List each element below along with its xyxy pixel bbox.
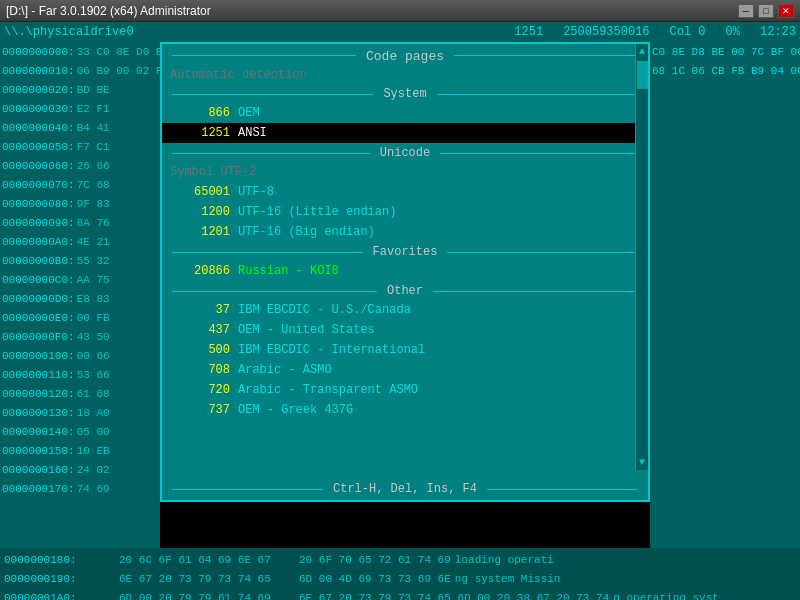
status-time: 12:23 bbox=[760, 25, 796, 39]
window-controls[interactable]: ─ □ ✕ bbox=[738, 4, 794, 18]
hex-right-row: 68 1C 06 CB FB B9 04 00 ♦P ФbyнPhL♦ЛыН♦ bbox=[650, 61, 800, 80]
hex-row: 0000000140:05 00 bbox=[0, 422, 160, 441]
title-bar: [D:\] - Far 3.0.1902 (x64) Administrator… bbox=[0, 0, 800, 22]
status-size: 250059350016 bbox=[563, 25, 649, 39]
other-section-header: Other bbox=[162, 283, 648, 298]
codepage-720[interactable]: 720 Arabic - Transparent ASMO bbox=[162, 380, 648, 400]
hex-row: 0000000160:24 02 bbox=[0, 460, 160, 479]
modal-footer-text: Ctrl-H, Del, Ins, F4 bbox=[323, 482, 487, 496]
maximize-button[interactable]: □ bbox=[758, 4, 774, 18]
codepage-866[interactable]: 866 OEM bbox=[162, 103, 648, 123]
codepage-37[interactable]: 37 IBM EBCDIC - U.S./Canada bbox=[162, 300, 648, 320]
hex-row: 0000000170:74 69 bbox=[0, 479, 160, 498]
status-code: 1251 bbox=[514, 25, 543, 39]
codepage-500[interactable]: 500 IBM EBCDIC - International bbox=[162, 340, 648, 360]
hex-row: 00000000D0:E8 83 bbox=[0, 289, 160, 308]
status-bar: \\.\physicaldrive0 1251 250059350016 Col… bbox=[0, 22, 800, 42]
scroll-down-arrow[interactable]: ▼ bbox=[639, 457, 645, 468]
hex-row: 0000000010:06 B9 00 02 FC F3 A4 50 bbox=[0, 61, 160, 80]
modal-title-bar: Code pages bbox=[162, 44, 648, 66]
hex-row: 0000000070:7C 68 bbox=[0, 175, 160, 194]
system-section-header: System bbox=[162, 86, 648, 101]
modal-scrollbar[interactable]: ▲ ▼ bbox=[635, 44, 648, 470]
hex-row: 0000000060:26 66 bbox=[0, 156, 160, 175]
file-path: \\.\physicaldrive0 bbox=[4, 25, 134, 39]
hex-row: 0000000030:E2 F1 bbox=[0, 99, 160, 118]
codepage-708[interactable]: 708 Arabic - ASMO bbox=[162, 360, 648, 380]
hex-row: 0000000100:00 66 bbox=[0, 346, 160, 365]
hex-row: 0000000040:B4 41 bbox=[0, 118, 160, 137]
minimize-button[interactable]: ─ bbox=[738, 4, 754, 18]
hex-right-row: C0 8E D8 BE 00 7C BF 00 3АНPj НАНЫs Ī bbox=[650, 42, 800, 61]
hex-row: 0000000120:61 68 bbox=[0, 384, 160, 403]
codepage-1251[interactable]: 1251 ANSI bbox=[162, 123, 648, 143]
codepage-737[interactable]: 737 OEM - Greek 437G bbox=[162, 400, 648, 420]
status-col: Col 0 bbox=[670, 25, 706, 39]
hex-row: 00000000E0:00 FB bbox=[0, 308, 160, 327]
hex-row: 0000000080:9F 83 bbox=[0, 194, 160, 213]
bottom-row: 0000000180: 20 6C 6F 61 64 69 6E 67 20 6… bbox=[4, 550, 796, 569]
close-button[interactable]: ✕ bbox=[778, 4, 794, 18]
status-percent: 0% bbox=[726, 25, 740, 39]
status-info: 1251 250059350016 Col 0 0% 12:23 bbox=[514, 25, 796, 39]
scroll-thumb[interactable] bbox=[637, 61, 648, 89]
code-pages-modal[interactable]: Code pages Automatic detection System 86… bbox=[160, 42, 650, 502]
codepage-1200[interactable]: 1200 UTF-16 (Little endian) bbox=[162, 202, 648, 222]
unicode-section-header: Unicode bbox=[162, 145, 648, 160]
auto-detect-option[interactable]: Automatic detection bbox=[162, 66, 648, 84]
bottom-row: 00000001A0: 6D 00 20 79 79 61 74 69 6E 6… bbox=[4, 588, 796, 600]
scroll-up-arrow[interactable]: ▲ bbox=[637, 44, 647, 59]
hex-row: 00000000A0:4E 21 bbox=[0, 232, 160, 251]
hex-row: 0000000050:F7 C1 bbox=[0, 137, 160, 156]
hex-row: 00000000B0:55 32 bbox=[0, 251, 160, 270]
favorites-section-header: Favorites bbox=[162, 244, 648, 259]
main-area: 0000000000:33 C0 8E D0 BC 00 7C 8E 00000… bbox=[0, 42, 800, 548]
codepage-1201[interactable]: 1201 UTF-16 (Big endian) bbox=[162, 222, 648, 242]
modal-footer: Ctrl-H, Del, Ins, F4 bbox=[162, 477, 648, 500]
bottom-area: 0000000180: 20 6C 6F 61 64 69 6E 67 20 6… bbox=[0, 548, 800, 600]
hex-row: 0000000130:18 A0 bbox=[0, 403, 160, 422]
hex-row: 0000000090:8A 76 bbox=[0, 213, 160, 232]
hex-row: 00000000F0:43 50 bbox=[0, 327, 160, 346]
hex-row: 0000000020:BD BE bbox=[0, 80, 160, 99]
modal-title: Code pages bbox=[356, 49, 454, 64]
hex-panel-right: C0 8E D8 BE 00 7C BF 00 3АНPj НАНЫs Ī 68… bbox=[650, 42, 800, 548]
hex-row: 0000000150:10 EB bbox=[0, 441, 160, 460]
bottom-row: 0000000190: 6E 67 20 73 79 73 74 65 6D 0… bbox=[4, 569, 796, 588]
codepage-65001[interactable]: 65001 UTF-8 bbox=[162, 182, 648, 202]
hex-row: 0000000110:53 66 bbox=[0, 365, 160, 384]
hex-row: 0000000000:33 C0 8E D0 BC 00 7C 8E bbox=[0, 42, 160, 61]
hex-panel-left: 0000000000:33 C0 8E D0 BC 00 7C 8E 00000… bbox=[0, 42, 160, 548]
hex-row: 00000000C0:AA 75 bbox=[0, 270, 160, 289]
codepage-437[interactable]: 437 OEM - United States bbox=[162, 320, 648, 340]
window-title: [D:\] - Far 3.0.1902 (x64) Administrator bbox=[6, 4, 211, 18]
symbol-utf2-label: Symbol UTF-2 bbox=[162, 162, 648, 182]
codepage-20866[interactable]: 20866 Russian - KOI8 bbox=[162, 261, 648, 281]
